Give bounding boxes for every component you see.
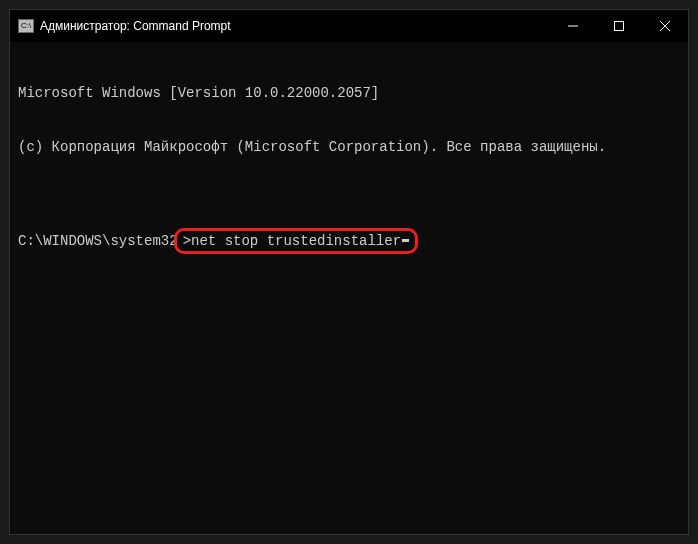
prompt-line: C:\WINDOWS\system32>net stop trustedinst… <box>18 228 680 254</box>
version-line: Microsoft Windows [Version 10.0.22000.20… <box>18 84 680 102</box>
terminal-area[interactable]: Microsoft Windows [Version 10.0.22000.20… <box>10 42 688 534</box>
copyright-line: (c) Корпорация Майкрософт (Microsoft Cor… <box>18 138 680 156</box>
command-text: net stop trustedinstaller <box>191 232 401 250</box>
minimize-button[interactable] <box>550 10 596 41</box>
maximize-button[interactable] <box>596 10 642 41</box>
close-icon <box>660 21 670 31</box>
minimize-icon <box>568 21 578 31</box>
cursor <box>402 239 409 242</box>
close-button[interactable] <box>642 10 688 41</box>
window-title: Администратор: Command Prompt <box>40 19 231 33</box>
window-controls <box>550 10 688 41</box>
prompt-path: C:\WINDOWS\system32 <box>18 232 178 250</box>
prompt-symbol: > <box>183 232 191 250</box>
command-highlight: >net stop trustedinstaller <box>174 228 418 254</box>
titlebar-left: C:\ Администратор: Command Prompt <box>18 19 231 33</box>
titlebar[interactable]: C:\ Администратор: Command Prompt <box>10 10 688 42</box>
cmd-icon: C:\ <box>18 19 34 33</box>
maximize-icon <box>614 21 624 31</box>
svg-rect-1 <box>615 21 624 30</box>
command-prompt-window: C:\ Администратор: Command Prompt Micros… <box>9 9 689 535</box>
